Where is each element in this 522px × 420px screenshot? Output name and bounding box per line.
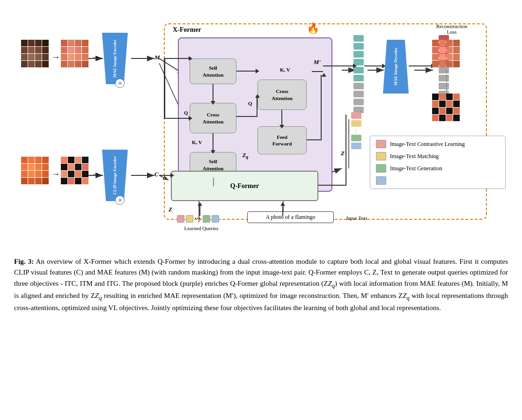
arrow-top-1: → [51,52,60,62]
arrow-bottom-2: → [91,169,100,179]
qformer-box: Q-Former [171,171,318,201]
learned-queries: ··· [177,215,219,223]
recon-loss-label: Reconstruction Loss [431,23,473,35]
input-image-bottom [21,157,49,185]
Zprime-tokens: ⋮ [351,112,361,149]
xformer-label: X-Former [171,26,203,34]
legend-itc: Image-Text Contrastive Learning [376,140,500,148]
self-attention-1: SelfAttention [190,58,236,84]
input-image-top-2 [61,40,89,68]
Q-label-1: Q [184,110,188,116]
legend-itg2 [376,176,500,185]
caption-zq-1: Zq [328,280,335,287]
mae-decoder: MAE Image Decoder [383,40,409,94]
token-column-left [353,35,364,113]
input-text-label: Input Text [338,215,375,221]
input-image-top [21,40,49,68]
fire-icon: 🔥 [307,22,319,35]
caption-text3: resulting in enriched MAE representation… [102,292,403,299]
arrow-bottom-1: → [51,169,60,179]
arrow-top-2: → [91,52,100,62]
legend-box: Image-Text Contrastive Learning Image-Te… [370,136,506,189]
legend-itm-label: Image-Text Matching [390,153,439,160]
feed-forward-label: FeedForward [272,134,292,147]
recon-dotted [446,70,447,91]
learned-queries-label: Learned Queries [171,225,232,231]
mae-encoder-label: MAE Image Encoder [112,39,118,78]
C-label: C [154,171,159,178]
M-label: M [154,54,160,61]
KV-label-1: K, V [192,139,202,145]
input-image-bottom-2 [61,157,89,185]
legend-itg: Image-Text Generation [376,164,500,173]
clip-encoder-label: CLIP Image Encoder [112,156,118,195]
caption-zq-3: Zq [403,292,410,299]
recon-image-top [432,40,460,68]
clip-snowflake: ❄ [115,196,125,205]
Z-prime-label: Z' [341,150,346,157]
Z-label: Z [169,206,172,213]
input-text-box: A photo of a flamingo [247,211,334,223]
KV-label-2: K, V [280,67,290,72]
Zq-label: Zq [243,152,248,159]
diagram-container: → → MAE Image Encoder ❄ M → → CLIP Image… [14,9,508,248]
legend-itc-label: Image-Text Contrastive Learning [390,141,465,148]
self-attention-1-label: SelfAttention [203,65,224,78]
feed-forward: FeedForward [257,126,307,154]
mae-decoder-label: MAE Image Decoder [393,48,398,86]
legend-itg-label: Image-Text Generation [390,165,442,172]
fig-label: Fig. 3: [14,258,34,265]
Q-label-2: Q [248,101,252,106]
recon-image-bottom [432,94,460,122]
lq-dots: ··· [195,215,201,223]
mae-encoder: MAE Image Encoder [102,33,128,84]
qformer-label: Q-Former [230,182,259,190]
legend-itm: Image-Text Matching [376,152,500,160]
caption: Fig. 3: An overview of X-Former which ex… [14,256,508,314]
clip-encoder: CLIP Image Encoder [102,150,128,201]
M-prime-label: M' [314,58,321,66]
cross-attention-2-label: CrossAttention [272,88,293,101]
self-attention-2-label: SelfAttention [203,158,224,172]
input-text-value: A photo of a flamingo [266,214,316,220]
mae-snowflake: ❄ [115,79,125,88]
cross-attention-1: CrossAttention [190,103,236,133]
cross-attention-2: CrossAttention [257,80,307,110]
caption-zq-2: Zq [95,292,102,299]
cross-attention-1-label: CrossAttention [203,111,224,125]
